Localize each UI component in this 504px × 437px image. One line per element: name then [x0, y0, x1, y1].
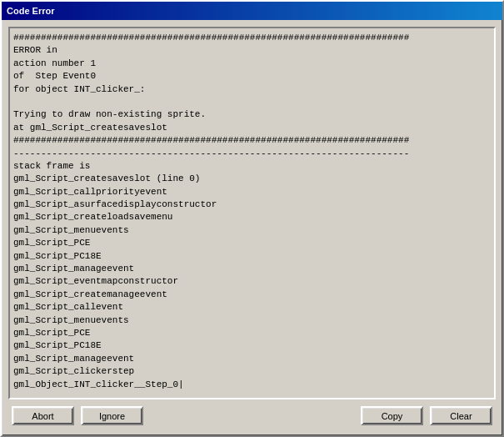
error-textarea[interactable] [10, 28, 494, 398]
button-group-right: Copy Clear [361, 406, 492, 425]
error-text-container [8, 27, 496, 399]
code-error-window: Code Error Abort Ignore Copy Clear [0, 0, 504, 437]
window-title: Code Error [7, 6, 54, 16]
clear-button[interactable]: Clear [430, 406, 492, 425]
window-content: Abort Ignore Copy Clear [2, 20, 502, 435]
button-bar: Abort Ignore Copy Clear [8, 406, 496, 429]
copy-button[interactable]: Copy [361, 406, 423, 425]
ignore-button[interactable]: Ignore [81, 406, 143, 425]
button-group-left: Abort Ignore [12, 406, 143, 425]
abort-button[interactable]: Abort [12, 406, 74, 425]
title-bar: Code Error [2, 2, 502, 20]
